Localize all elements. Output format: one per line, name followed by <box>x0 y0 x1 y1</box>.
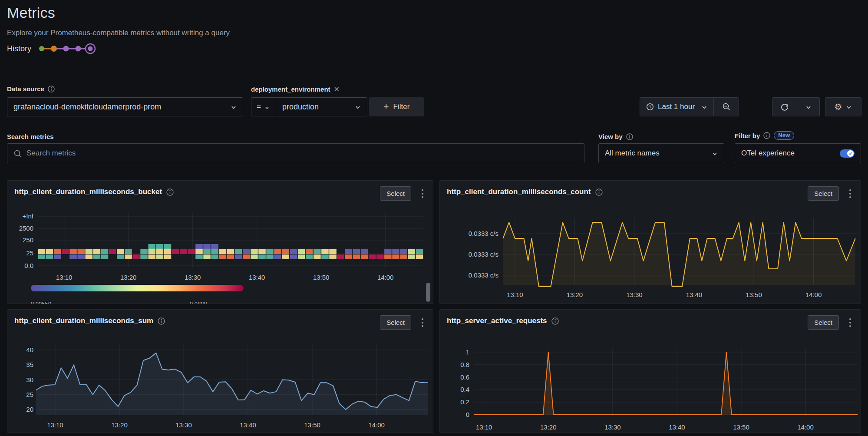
heatmap-cell <box>54 254 61 259</box>
panel-http-client-duration-milliseconds-bucket: http_client_duration_milliseconds_bucket… <box>7 180 433 304</box>
heatmap-cell <box>408 254 416 259</box>
line-chart[interactable]: 13:1013:2013:3013:4013:5014:000.0333 c/s… <box>440 181 861 304</box>
datasource-select[interactable]: grafanacloud-demokitcloudamerprod-prom <box>7 97 243 116</box>
heatmap-cell <box>219 254 227 259</box>
chart-plot <box>38 344 429 415</box>
panel-http-client-duration-milliseconds-count: http_client_duration_milliseconds_count … <box>439 180 861 304</box>
heatmap-cell <box>125 254 132 259</box>
adhoc-filter-key: deployment_environment <box>251 86 330 93</box>
series-line <box>474 352 858 415</box>
page-title: Metrics <box>7 4 55 21</box>
heatmap-cell <box>101 249 109 254</box>
heatmap-cell <box>392 254 399 259</box>
heatmap-cell <box>329 254 337 259</box>
remove-filter-icon[interactable]: ✕ <box>334 85 340 93</box>
chart-plot <box>474 348 858 417</box>
heatmap-scale-max: 0.0880 <box>190 301 207 304</box>
heatmap-cell <box>188 249 195 254</box>
heatmap-cell <box>416 249 423 254</box>
heatmap-cell <box>282 249 290 254</box>
heatmap-cell <box>251 254 258 259</box>
line-chart[interactable]: 13:1013:2013:3013:4013:5014:004035302520 <box>7 310 433 433</box>
heatmap-cell <box>258 254 266 259</box>
x-tick-label: 13:20 <box>104 421 135 429</box>
y-tick-label: 0.0333 c/s <box>440 251 498 258</box>
heatmap-cell <box>101 254 109 259</box>
otel-experience-toggle[interactable] <box>840 149 855 158</box>
y-tick-label: 0 <box>440 411 469 418</box>
y-tick-label: 0.4 <box>440 386 469 393</box>
scrollbar-thumb[interactable] <box>426 283 430 302</box>
heatmap-cell <box>109 249 116 254</box>
panel-http-client-duration-milliseconds-sum: http_client_duration_milliseconds_sum Se… <box>7 309 433 433</box>
filter-by-label: Filter by <box>735 132 760 139</box>
heatmap-cell <box>156 244 164 249</box>
gear-icon: ⚙ <box>835 102 842 111</box>
heatmap-cell <box>408 249 416 254</box>
search-metrics-label: Search metrics <box>7 133 54 140</box>
heatmap-cell <box>86 254 93 259</box>
info-icon[interactable] <box>626 133 633 140</box>
add-filter-button[interactable]: + Filter <box>369 97 424 116</box>
x-tick-label: 13:20 <box>113 274 144 281</box>
heatmap-cell <box>149 254 156 259</box>
otel-experience-control: OTel experience <box>735 143 861 163</box>
heatmap-cell <box>211 244 218 249</box>
x-tick-label: 13:10 <box>40 421 70 429</box>
history-steps-icon[interactable] <box>37 43 96 55</box>
heatmap-cell <box>345 249 353 254</box>
y-tick-label: 40 <box>7 346 33 353</box>
x-tick-label: 13:30 <box>168 421 199 429</box>
adhoc-value-select[interactable]: production <box>276 98 367 116</box>
settings-group: ⚙ <box>825 97 861 116</box>
heatmap-cell <box>258 249 266 254</box>
y-tick-label: 30 <box>7 376 33 383</box>
heatmap-cell <box>203 249 211 254</box>
zoom-out-button[interactable] <box>713 98 739 116</box>
x-tick-label: 13:10 <box>469 423 499 431</box>
heatmap-cell <box>156 249 164 254</box>
heatmap-chart[interactable]: 13:1013:2013:3013:4013:5014:00+Inf250025… <box>7 181 433 304</box>
clock-icon <box>646 103 654 111</box>
x-tick-label: 13:50 <box>297 421 327 429</box>
datasource-value: grafanacloud-demokitcloudamerprod-prom <box>13 102 231 112</box>
heatmap-cell <box>345 254 353 259</box>
refresh-icon <box>780 102 789 111</box>
view-by-label-row: View by <box>598 133 633 140</box>
line-chart[interactable]: 13:1013:2013:3013:4013:5014:0010.80.60.4… <box>440 310 861 433</box>
heatmap-color-scale <box>31 285 244 291</box>
chevron-down-icon <box>805 104 812 110</box>
adhoc-filter-label-row: deployment_environment ✕ <box>251 85 340 93</box>
heatmap-cell <box>266 254 274 259</box>
view-by-select[interactable]: All metric names <box>598 143 724 163</box>
chevron-down-icon <box>231 104 237 110</box>
page-subtitle: Explore your Prometheus-compatible metri… <box>7 29 230 37</box>
chevron-down-icon <box>701 104 707 110</box>
info-icon[interactable] <box>763 132 770 139</box>
otel-experience-label: OTel experience <box>741 149 835 158</box>
heatmap-cell <box>243 254 250 259</box>
y-tick-label: 0.0333 c/s <box>440 230 498 237</box>
info-icon[interactable] <box>48 86 55 92</box>
y-tick-label: 25 <box>7 249 33 257</box>
heatmap-cell <box>392 249 399 254</box>
time-range-button[interactable]: Last 1 hour <box>640 98 713 116</box>
search-input[interactable] <box>7 144 584 163</box>
heatmap-cell <box>353 249 360 254</box>
heatmap-cell <box>274 254 281 259</box>
heatmap-cell <box>195 254 203 259</box>
refresh-button[interactable] <box>772 98 797 116</box>
heatmap-cell <box>149 244 156 249</box>
heatmap-cell <box>211 249 218 254</box>
heatmap-cell <box>266 249 274 254</box>
refresh-group <box>772 97 820 116</box>
heatmap-cell <box>117 254 124 259</box>
y-tick-label: 250 <box>7 236 33 244</box>
y-tick-label: 0.0 <box>7 262 33 269</box>
settings-button[interactable]: ⚙ <box>825 98 861 116</box>
refresh-interval-dropdown[interactable] <box>797 98 819 116</box>
heatmap-cell <box>69 254 77 259</box>
heatmap-cell <box>235 254 242 259</box>
heatmap-cell <box>353 254 360 259</box>
adhoc-operator-select[interactable]: = <box>251 98 276 116</box>
